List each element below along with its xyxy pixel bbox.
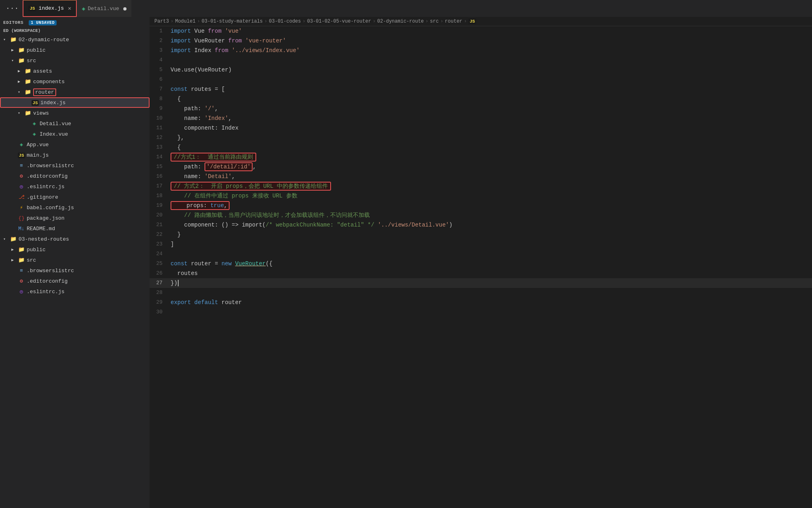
line-content: import Vue from 'vue' [169,26,812,36]
tab-indexjs[interactable]: JS index.js ✕ [23,0,77,17]
breadcrumb: Part3 › Module1 › 03-01-study-materials … [150,17,812,26]
tree-item-03-browserslistrc[interactable]: ≡ .browserslistrc [0,265,150,276]
tab-more-button[interactable]: ··· [2,4,23,13]
tree-label: src [27,257,36,263]
line-number: 2 [150,36,169,46]
line-content: { [169,94,812,104]
code-line-17: 17 // 方式2： 开启 props，会把 URL 中的参数传递给组件 [150,181,812,191]
tree-item-03-editorconfig[interactable]: ⚙ .editorconfig [0,276,150,286]
breadcrumb-study-materials[interactable]: 03-01-study-materials [202,19,263,24]
editor-area: Part3 › Module1 › 03-01-study-materials … [150,17,812,508]
tree-item-indexvue[interactable]: ◈ Index.vue [0,129,150,139]
line-number: 25 [150,259,169,269]
breadcrumb-sep: › [373,19,375,24]
tree-item-appvue[interactable]: ◈ App.vue [0,139,150,150]
editorconfig-icon: ⚙ [18,278,25,284]
tree-item-router[interactable]: ▾ 📁 router [0,87,150,97]
breadcrumb-part3[interactable]: Part3 [154,19,169,24]
line-number: 18 [150,191,169,201]
tab-vue-icon: ◈ [82,5,85,12]
line-content: }) [169,278,812,288]
breadcrumb-codes[interactable]: 03-01-codes [269,19,301,24]
folder-icon: 📁 [10,236,17,242]
tree-item-indexjs[interactable]: JS index.js [0,97,150,108]
line-number: 3 [150,46,169,55]
folder-icon: 📁 [24,68,32,74]
tree-label: App.vue [27,142,49,148]
tree-item-assets[interactable]: ▶ 📁 assets [0,66,150,76]
tree-item-babelconfig[interactable]: ⚡ babel.config.js [0,202,150,213]
line-number: 23 [150,239,169,249]
eslint-icon: ◎ [18,183,25,190]
breadcrumb-module1[interactable]: Module1 [175,19,195,24]
sidebar-section: ED (WORKSPACE) [0,26,150,34]
chevron-down-icon: ▾ [3,37,10,42]
tree-item-readme[interactable]: M↓ README.md [0,223,150,234]
editorconfig-icon: ⚙ [18,173,25,179]
tree-label: .eslintrc.js [27,184,65,190]
browserslist-icon: ≡ [18,163,25,169]
code-editor[interactable]: 1 import Vue from 'vue' 2 import VueRout… [150,26,812,508]
code-line-24: 24 [150,249,812,259]
tree-item-03-src[interactable]: ▶ 📁 src [0,255,150,265]
tree-item-packagejson[interactable]: {} package.json [0,213,150,223]
js-file-icon: JS [32,100,39,106]
tree-item-03-public[interactable]: ▶ 📁 public [0,244,150,255]
line-number: 17 [150,181,169,191]
tree-item-03-eslintrc[interactable]: ◎ .eslintrc.js [0,286,150,297]
tab-detailvue[interactable]: ◈ Detail.vue [77,0,131,17]
line-number: 16 [150,172,169,181]
breadcrumb-sep: › [264,19,267,24]
breadcrumb-src[interactable]: src [430,19,439,24]
chevron-right-icon: ▶ [11,247,18,252]
tree-item-public[interactable]: ▶ 📁 public [0,45,150,55]
tab-bar: ··· JS index.js ✕ ◈ Detail.vue [0,0,812,17]
breadcrumb-sep: › [464,19,467,24]
sidebar-unsaved-badge: 1 UNSAVED [29,20,57,25]
js-file-icon: JS [18,152,25,158]
tree-item-editorconfig[interactable]: ⚙ .editorconfig [0,171,150,181]
breadcrumb-sep: › [171,19,173,24]
line-content: // 方式2： 开启 props，会把 URL 中的参数传递给组件 [169,181,812,191]
chevron-down-icon: ▾ [11,58,18,63]
breadcrumb-dynamic-route[interactable]: 02-dynamic-route [377,19,424,24]
tab-close-icon[interactable]: ✕ [68,5,71,12]
chevron-right-icon: ▶ [18,69,24,73]
code-line-27: 27 }) [150,278,812,288]
line-number: 27 [150,278,169,288]
tree-label: .editorconfig [27,173,67,179]
tree-item-03-nested-routes[interactable]: ▾ 📁 03-nested-routes [0,234,150,244]
tree-item-components[interactable]: ▶ 📁 components [0,76,150,87]
tree-item-browserslistrc[interactable]: ≡ .browserslistrc [0,160,150,171]
folder-icon: 📁 [18,47,25,53]
tree-item-mainjs[interactable]: JS main.js [0,150,150,160]
comment-highlight-2: // 方式2： 开启 props，会把 URL 中的参数传递给组件 [171,182,331,191]
line-number: 11 [150,123,169,133]
code-line-20: 20 // 路由懒加载，当用户访问该地址时，才会加载该组件，不访问就不加载 [150,210,812,220]
tree-label: 02-dynamic-route [19,37,69,43]
tree-item-detailvue[interactable]: ◈ Detail.vue [0,118,150,129]
breadcrumb-vue-router[interactable]: 03-01-02-05-vue-router [307,19,371,24]
line-content: { [169,143,812,152]
tree-label: 03-nested-routes [19,236,69,242]
code-line-11: 11 component: Index [150,123,812,133]
tree-item-eslintrc[interactable]: ◎ .eslintrc.js [0,181,150,192]
code-line-23: 23 ] [150,239,812,249]
tree-item-gitignore[interactable]: ⎇ .gitignore [0,192,150,202]
code-line-18: 18 // 在组件中通过 props 来接收 URL 参数 [150,191,812,201]
tree-label: public [27,247,46,253]
line-content: ] [169,239,812,249]
line-number: 24 [150,249,169,259]
code-line-5: 5 Vue.use(VueRouter) [150,65,812,75]
git-icon: ⎇ [18,194,25,200]
code-line-6: 6 [150,75,812,84]
chevron-right-icon: ▶ [18,79,24,84]
tree-item-views[interactable]: ▾ 📁 views [0,108,150,118]
line-content: }, [169,133,812,143]
breadcrumb-js[interactable]: JS [468,19,476,24]
tree-item-02-dynamic-route[interactable]: ▾ 📁 02-dynamic-route [0,34,150,45]
tree-item-src[interactable]: ▾ 📁 src [0,55,150,66]
breadcrumb-router[interactable]: router [445,19,462,24]
line-content: component: () => import(/* webpackChunkN… [169,220,812,230]
json-icon: {} [18,215,25,221]
